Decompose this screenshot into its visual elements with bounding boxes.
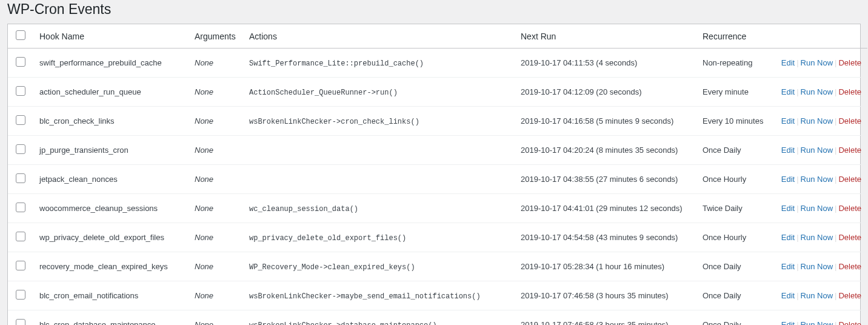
row-actions-cell: Edit|Run Now|Delete: [772, 223, 867, 252]
arguments-value: None: [195, 291, 213, 300]
next-run-cell: 2019-10-17 04:12:09 (20 seconds): [515, 78, 696, 107]
row-actions-cell: Edit|Run Now|Delete: [772, 165, 867, 194]
arguments-value: None: [195, 146, 213, 155]
row-checkbox[interactable]: [16, 173, 25, 183]
header-arguments: Arguments: [189, 24, 243, 49]
separator: |: [833, 146, 838, 155]
edit-link[interactable]: Edit: [781, 175, 795, 184]
delete-link[interactable]: Delete: [838, 262, 861, 271]
run-now-link[interactable]: Run Now: [801, 87, 833, 96]
row-checkbox[interactable]: [16, 290, 25, 300]
row-checkbox-cell: [8, 78, 33, 107]
separator: |: [795, 146, 800, 155]
next-run-cell: 2019-10-17 04:54:58 (43 minutes 9 second…: [515, 223, 696, 252]
next-run-cell: 2019-10-17 07:46:58 (3 hours 35 minutes): [515, 281, 696, 310]
run-now-link[interactable]: Run Now: [801, 320, 833, 325]
actions-callback: Swift_Performance_Lite::prebuild_cache(): [249, 59, 424, 68]
hook-name: recovery_mode_clean_expired_keys: [33, 252, 189, 281]
delete-link[interactable]: Delete: [838, 58, 861, 67]
arguments-value: None: [195, 204, 213, 213]
separator: |: [833, 58, 838, 67]
row-checkbox-cell: [8, 223, 33, 252]
edit-link[interactable]: Edit: [781, 204, 795, 213]
row-actions-cell: Edit|Run Now|Delete: [772, 310, 867, 326]
row-checkbox[interactable]: [16, 57, 25, 67]
separator: |: [795, 204, 800, 213]
row-checkbox-cell: [8, 310, 33, 326]
edit-link[interactable]: Edit: [781, 291, 795, 300]
arguments-value: None: [195, 320, 213, 325]
actions-callback: wsBrokenLinkChecker->maybe_send_email_no…: [249, 292, 481, 301]
run-now-link[interactable]: Run Now: [801, 204, 833, 213]
edit-link[interactable]: Edit: [781, 58, 795, 67]
edit-link[interactable]: Edit: [781, 87, 795, 96]
delete-link[interactable]: Delete: [838, 233, 861, 242]
edit-link[interactable]: Edit: [781, 262, 795, 271]
actions-cell: wsBrokenLinkChecker->maybe_send_email_no…: [243, 281, 515, 310]
run-now-link[interactable]: Run Now: [801, 262, 833, 271]
delete-link[interactable]: Delete: [838, 175, 861, 184]
actions-callback: ActionScheduler_QueueRunner->run(): [249, 89, 398, 97]
separator: |: [795, 116, 800, 126]
separator: |: [833, 116, 838, 126]
recurrence-cell: Once Hourly: [696, 165, 772, 194]
row-actions-cell: Edit|Run Now|Delete: [772, 281, 867, 310]
select-all-checkbox[interactable]: [16, 30, 25, 40]
row-checkbox[interactable]: [16, 319, 25, 325]
actions-cell: wc_cleanup_session_data(): [243, 194, 515, 223]
row-checkbox[interactable]: [16, 144, 25, 154]
hook-name: wp_privacy_delete_old_export_files: [33, 223, 189, 252]
next-run-cell: 2019-10-17 04:16:58 (5 minutes 9 seconds…: [515, 107, 696, 136]
row-checkbox[interactable]: [16, 261, 25, 270]
recurrence-cell: Once Daily: [696, 310, 772, 326]
edit-link[interactable]: Edit: [781, 146, 795, 155]
recurrence-cell: Once Daily: [696, 252, 772, 281]
arguments-value: None: [195, 87, 213, 96]
separator: |: [795, 291, 800, 300]
actions-cell: Swift_Performance_Lite::prebuild_cache(): [243, 49, 515, 78]
arguments-value: None: [195, 58, 213, 67]
row-checkbox[interactable]: [16, 203, 25, 212]
actions-cell: [243, 165, 515, 194]
cron-events-table: Hook Name Arguments Actions Next Run Rec…: [8, 24, 867, 325]
run-now-link[interactable]: Run Now: [801, 291, 833, 300]
delete-link[interactable]: Delete: [838, 116, 861, 126]
table-row: jp_purge_transients_cronNone2019-10-17 0…: [8, 136, 867, 165]
actions-cell: [243, 136, 515, 165]
arguments-cell: None: [189, 165, 243, 194]
separator: |: [795, 175, 800, 184]
delete-link[interactable]: Delete: [838, 320, 861, 325]
edit-link[interactable]: Edit: [781, 233, 795, 242]
header-recurrence: Recurrence: [696, 24, 772, 49]
run-now-link[interactable]: Run Now: [801, 175, 833, 184]
next-run-cell: 2019-10-17 05:28:34 (1 hour 16 minutes): [515, 252, 696, 281]
run-now-link[interactable]: Run Now: [801, 233, 833, 242]
run-now-link[interactable]: Run Now: [801, 146, 833, 155]
separator: |: [795, 262, 800, 271]
edit-link[interactable]: Edit: [781, 320, 795, 325]
next-run-cell: 2019-10-17 04:41:01 (29 minutes 12 secon…: [515, 194, 696, 223]
hook-name: woocommerce_cleanup_sessions: [33, 194, 189, 223]
table-row: woocommerce_cleanup_sessionsNonewc_clean…: [8, 194, 867, 223]
actions-callback: wsBrokenLinkChecker->cron_check_links(): [249, 118, 419, 126]
row-checkbox[interactable]: [16, 115, 25, 125]
delete-link[interactable]: Delete: [838, 291, 861, 300]
delete-link[interactable]: Delete: [838, 87, 861, 96]
recurrence-cell: Non-repeating: [696, 49, 772, 78]
arguments-cell: None: [189, 223, 243, 252]
arguments-value: None: [195, 233, 213, 242]
table-row: wp_privacy_delete_old_export_filesNonewp…: [8, 223, 867, 252]
separator: |: [833, 87, 838, 96]
row-checkbox[interactable]: [16, 86, 25, 96]
arguments-value: None: [195, 116, 213, 126]
row-actions-cell: Edit|Run Now|Delete: [772, 49, 867, 78]
run-now-link[interactable]: Run Now: [801, 116, 833, 126]
delete-link[interactable]: Delete: [838, 204, 861, 213]
row-checkbox[interactable]: [16, 232, 25, 241]
table-row: swift_performance_prebuild_cacheNoneSwif…: [8, 49, 867, 78]
arguments-cell: None: [189, 78, 243, 107]
edit-link[interactable]: Edit: [781, 116, 795, 126]
delete-link[interactable]: Delete: [838, 146, 861, 155]
run-now-link[interactable]: Run Now: [801, 58, 833, 67]
next-run-cell: 2019-10-17 04:11:53 (4 seconds): [515, 49, 696, 78]
